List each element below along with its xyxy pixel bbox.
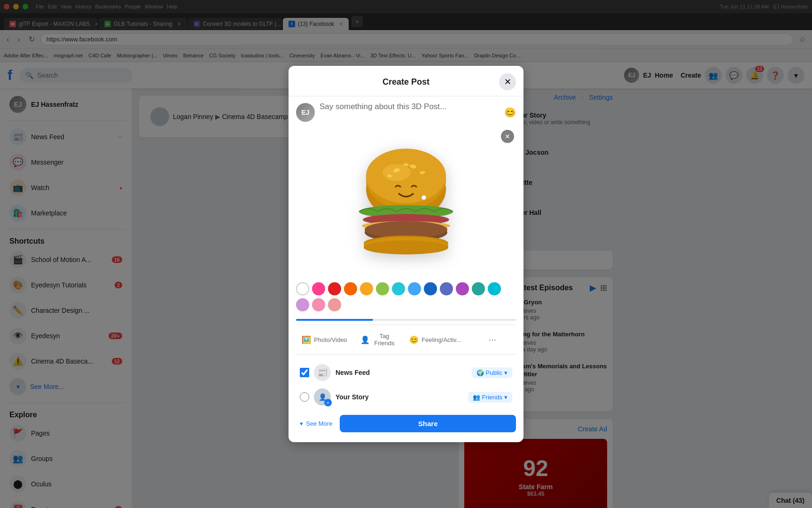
color-swatch-cyan[interactable]: [488, 282, 501, 295]
photo-video-btn[interactable]: 🖼️ Photo/Video: [296, 329, 353, 350]
svg-point-17: [364, 240, 448, 254]
feeling-icon: 😊: [409, 335, 419, 344]
share-your-story-option: 👤 + Your Story 👥 Friends ▾: [296, 385, 516, 409]
emoji-btn[interactable]: 😊: [504, 107, 516, 118]
news-feed-checkbox[interactable]: [300, 368, 309, 377]
more-actions-btn[interactable]: ⋯: [468, 329, 516, 350]
see-more-expand-btn[interactable]: ▾ See More: [296, 418, 336, 429]
your-story-share-icon: 👤 +: [314, 389, 331, 405]
modal-title: Create Post: [313, 77, 499, 87]
friends-label: Friends: [482, 394, 502, 401]
burger-3d-model: [345, 142, 467, 264]
friends-icon: 👥: [473, 394, 480, 401]
friends-chevron: ▾: [504, 394, 508, 401]
globe-icon: 🌍: [476, 369, 484, 376]
color-swatch-blue-light[interactable]: [408, 282, 421, 295]
tag-friends-label: Tag Friends: [373, 333, 397, 347]
tag-friends-btn[interactable]: 👤 Tag Friends: [355, 329, 402, 350]
color-swatch-pink-light[interactable]: [312, 298, 325, 311]
post-author-avatar: EJ: [296, 103, 315, 122]
color-swatch-teal[interactable]: [392, 282, 405, 295]
progress-fill: [296, 319, 373, 321]
create-post-modal: Create Post ✕ EJ 😊 ✕: [289, 66, 523, 442]
feeling-activity-btn[interactable]: 😊 Feeling/Activ...: [404, 329, 467, 350]
color-swatch-pink-hot[interactable]: [312, 282, 325, 295]
tag-friends-icon: 👤: [360, 335, 370, 344]
color-swatch-green-med[interactable]: [472, 282, 485, 295]
modal-footer: ▾ See More Share: [296, 415, 516, 432]
public-privacy-btn[interactable]: 🌍 Public ▾: [472, 367, 512, 378]
color-swatch-lavender[interactable]: [296, 298, 309, 311]
share-news-feed-option: 📰 News Feed 🌍 Public ▾: [296, 360, 516, 385]
add-story-plus: +: [324, 399, 332, 406]
color-swatches: [296, 278, 516, 315]
post-author-row: EJ 😊: [296, 102, 516, 122]
photo-video-label: Photo/Video: [314, 336, 347, 343]
modal-body: EJ 😊 ✕: [289, 96, 523, 442]
share-options: 📰 News Feed 🌍 Public ▾ 👤 +: [296, 360, 516, 409]
svg-point-8: [383, 164, 411, 181]
svg-point-9: [422, 195, 426, 200]
modal-header: Create Post ✕: [289, 66, 523, 96]
share-post-btn[interactable]: Share: [340, 415, 516, 432]
your-story-radio[interactable]: [300, 392, 309, 402]
post-input-area: [320, 102, 500, 122]
color-swatch-blue[interactable]: [424, 282, 437, 295]
color-swatch-green-lime[interactable]: [376, 282, 389, 295]
progress-bar: [296, 319, 516, 321]
post-text-input[interactable]: [320, 102, 500, 121]
post-actions: 🖼️ Photo/Video 👤 Tag Friends 😊 Feeling/A…: [296, 325, 516, 355]
color-swatch-indigo[interactable]: [440, 282, 453, 295]
color-swatch-purple-light[interactable]: [456, 282, 469, 295]
color-swatch-white[interactable]: [296, 282, 309, 295]
modal-close-btn[interactable]: ✕: [499, 73, 516, 90]
news-feed-share-label: News Feed: [336, 369, 467, 376]
burger-3d-area: [296, 128, 516, 278]
privacy-chevron: ▾: [504, 369, 508, 376]
svg-point-14: [365, 221, 447, 238]
color-swatch-red-light[interactable]: [328, 298, 341, 311]
post-content-area: ✕: [296, 128, 516, 278]
close-preview-btn[interactable]: ✕: [501, 130, 514, 143]
photo-video-icon: 🖼️: [302, 335, 311, 344]
more-icon: ⋯: [489, 335, 496, 344]
feeling-label: Feeling/Activ...: [422, 336, 461, 343]
your-story-label: Your Story: [336, 393, 463, 401]
friends-privacy-btn[interactable]: 👥 Friends ▾: [468, 392, 512, 403]
news-feed-share-icon: 📰: [314, 364, 331, 381]
color-swatch-yellow[interactable]: [360, 282, 373, 295]
public-label: Public: [486, 369, 502, 376]
color-swatch-orange[interactable]: [344, 282, 357, 295]
modal-overlay[interactable]: Create Post ✕ EJ 😊 ✕: [0, 0, 812, 508]
color-swatch-red[interactable]: [328, 282, 341, 295]
see-more-expand-label: See More: [306, 420, 332, 427]
see-more-arrow: ▾: [300, 420, 303, 427]
